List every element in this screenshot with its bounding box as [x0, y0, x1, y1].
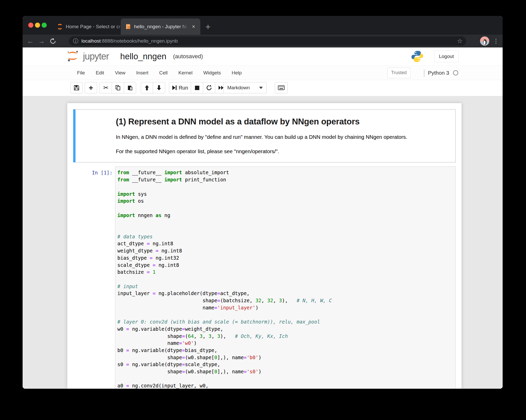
chevron-down-icon	[259, 87, 263, 89]
jupyter-page: jupyter hello_nngen (autosaved) Logout F…	[23, 47, 503, 389]
tab-title: Home Page - Select or create a	[66, 24, 125, 30]
code-editor[interactable]: from __future__ import absolute_importfr…	[115, 167, 456, 389]
code-line: # input	[117, 283, 453, 290]
notebook-title[interactable]: hello_nngen	[120, 52, 166, 61]
kernel-divider	[424, 69, 424, 77]
code-line	[117, 226, 453, 233]
logout-button[interactable]: Logout	[434, 51, 459, 62]
code-line	[117, 183, 453, 191]
code-cell[interactable]: In [1]: from __future__ import absolute_…	[73, 167, 456, 389]
jupyter-favicon-icon	[57, 24, 63, 30]
desktop-background: Home Page - Select or create a × hello_n…	[0, 0, 526, 420]
clipboard-group: ✂	[100, 82, 136, 93]
code-line	[117, 205, 453, 212]
code-line: shape=(batchsize, 32, 32, 3), # N, H, W,…	[117, 297, 453, 304]
bookmark-star-icon[interactable]: ☆	[457, 37, 463, 45]
url-path: :8888/notebooks/hello_nngen.ipynb	[101, 38, 178, 44]
code-line: batchsize = 1	[117, 269, 453, 276]
interrupt-kernel-button[interactable]	[191, 82, 203, 93]
markdown-cell-selected[interactable]: (1) Represent a DNN model as a dataflow …	[73, 109, 456, 162]
code-line: # data types	[117, 233, 453, 240]
move-cell-up-button[interactable]	[141, 82, 153, 93]
menu-edit[interactable]: Edit	[96, 70, 104, 76]
restart-kernel-button[interactable]	[203, 82, 215, 93]
back-icon[interactable]: ←	[25, 37, 36, 45]
code-line: bias_dtype = ng.int32	[117, 255, 453, 262]
code-line: name='w0')	[117, 340, 453, 347]
code-line: act_dtype = ng.int8	[117, 240, 453, 247]
tab-close-icon[interactable]: ×	[191, 23, 196, 30]
window-minimize-button[interactable]	[35, 23, 40, 28]
menu-help[interactable]: Help	[232, 70, 242, 76]
menu-widgets[interactable]: Widgets	[203, 70, 221, 76]
code-line: s0 = ng.variable(dtype=scale_dtype,	[117, 361, 453, 368]
move-cell-down-button[interactable]	[153, 82, 165, 93]
new-tab-button[interactable]: +	[203, 22, 213, 32]
markdown-paragraph: In NNgen, a DNN model is defined by "def…	[116, 133, 449, 141]
code-line: import os	[117, 198, 453, 205]
markdown-heading: (1) Represent a DNN model as a dataflow …	[116, 117, 449, 126]
reload-icon[interactable]	[47, 38, 59, 44]
trusted-badge[interactable]: Trusted	[387, 67, 410, 78]
url-host: localhost	[81, 38, 101, 44]
browser-menu-icon[interactable]: ⋮	[493, 37, 499, 45]
browser-window: Home Page - Select or create a × hello_n…	[23, 16, 503, 389]
run-button[interactable]: Run	[169, 82, 191, 93]
code-line	[117, 311, 453, 318]
jupyter-logo-icon[interactable]	[67, 51, 79, 62]
copy-cell-button[interactable]	[112, 82, 124, 93]
kernel-idle-indicator-icon	[453, 70, 458, 75]
code-line: shape=(w0.shape[0],), name='s0')	[117, 368, 453, 375]
browser-toolbar: ← → ⓘ localhost:8888/notebooks/hello_nng…	[23, 35, 503, 47]
code-line: shape=(64, 3, 3, 3), # Och, Ky, Kx, Ich	[117, 333, 453, 340]
step-forward-icon	[172, 85, 177, 90]
code-line: import nngen as ng	[117, 212, 453, 219]
menu-bar: File Edit View Insert Cell Kernel Widget…	[23, 65, 503, 80]
copy-icon	[115, 85, 121, 91]
tab-title: hello_nngen - Jupyter Noteboo	[134, 24, 188, 30]
fast-forward-icon	[218, 85, 224, 90]
menu-file[interactable]: File	[77, 70, 85, 76]
menu-view[interactable]: View	[115, 70, 125, 76]
menu-kernel[interactable]: Kernel	[178, 70, 192, 76]
code-line	[117, 219, 453, 226]
code-line: from __future__ import absolute_import	[117, 169, 453, 176]
jupyter-header: jupyter hello_nngen (autosaved) Logout	[23, 47, 503, 65]
save-button[interactable]	[70, 82, 83, 93]
code-line: b0 = ng.variable(dtype=bias_dtype,	[117, 347, 453, 354]
paste-cell-button[interactable]	[124, 82, 136, 93]
code-line: import sys	[117, 191, 453, 198]
paste-icon	[127, 85, 133, 91]
floppy-icon	[74, 85, 79, 91]
input-prompt: In [1]:	[73, 167, 115, 389]
page-info-icon[interactable]: ⓘ	[73, 37, 78, 45]
menu-insert[interactable]: Insert	[136, 70, 148, 76]
cell-type-dropdown[interactable]: Markdown	[223, 82, 267, 93]
code-line: shape=(w0.shape[0],), name='b0')	[117, 354, 453, 361]
address-bar[interactable]: ⓘ localhost:8888/notebooks/hello_nngen.i…	[69, 36, 466, 46]
code-line	[117, 375, 453, 383]
notebook-paper: (1) Represent a DNN model as a dataflow …	[67, 103, 462, 389]
menu-cell[interactable]: Cell	[159, 70, 168, 76]
tab-hello-nngen[interactable]: hello_nngen - Jupyter Noteboo ×	[121, 18, 200, 35]
window-close-button[interactable]	[28, 23, 33, 28]
add-cell-button[interactable]: +	[85, 82, 97, 93]
forward-icon[interactable]: →	[36, 37, 47, 45]
run-group: Run	[169, 82, 227, 93]
code-line: weight_dtype = ng.int8	[117, 247, 453, 255]
command-palette-button[interactable]	[275, 82, 288, 93]
profile-avatar[interactable]	[480, 36, 489, 46]
window-zoom-button[interactable]	[42, 23, 47, 28]
kernel-name: Python 3	[428, 70, 449, 76]
code-line: # layer 0: conv2d (with bias and scale (…	[117, 318, 453, 326]
cut-cell-button[interactable]: ✂	[100, 82, 112, 93]
code-line: name='input_layer')	[117, 304, 453, 311]
python-logo-icon	[411, 50, 424, 63]
notebook-container: (1) Represent a DNN model as a dataflow …	[23, 96, 503, 389]
jupyter-wordmark: jupyter	[83, 51, 109, 62]
refresh-icon	[206, 85, 212, 91]
tab-strip: Home Page - Select or create a × hello_n…	[23, 16, 503, 35]
notebook-favicon-icon	[125, 24, 131, 30]
move-cell-group	[141, 82, 165, 93]
code-line: a0 = ng.conv2d(input_layer, w0,	[117, 382, 453, 389]
